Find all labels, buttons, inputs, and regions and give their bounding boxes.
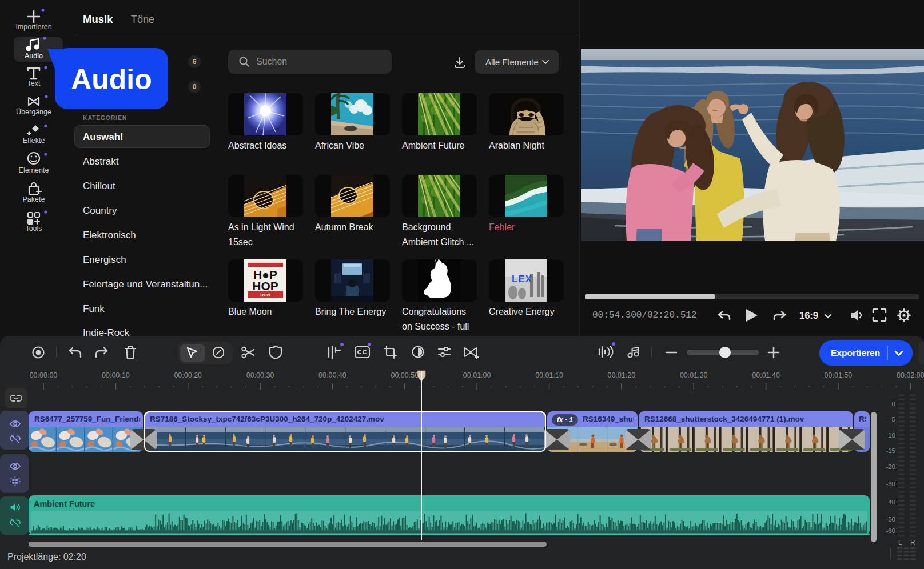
svg-text:HOP: HOP: [252, 279, 278, 292]
svg-text:LEX: LEX: [512, 274, 532, 284]
svg-text:RUN: RUN: [260, 292, 270, 298]
svg-text:Audio: Audio: [71, 63, 152, 95]
